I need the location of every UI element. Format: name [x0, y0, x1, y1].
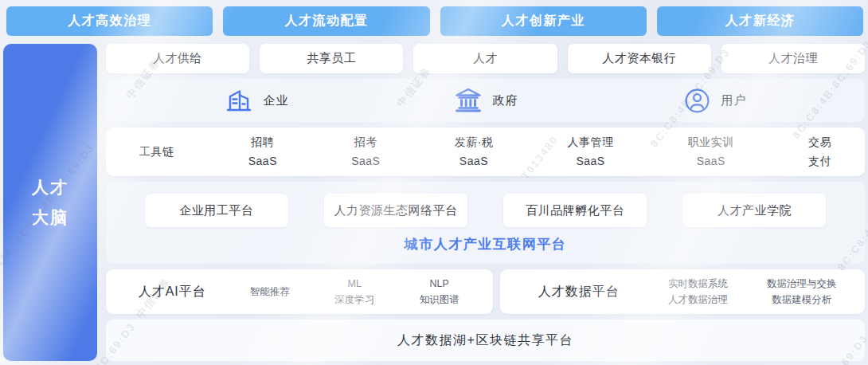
toolchain-payroll-tax-saas: 发薪·税SaaS: [455, 133, 494, 170]
toolchain-vocational-training-saas: 职业实训SaaS: [688, 133, 734, 170]
supply-box-talent-capital-bank: 人才资本银行: [568, 44, 711, 73]
actors-row: 企业 政府: [106, 79, 865, 122]
supply-box-talent-supply: 人才供给: [106, 44, 249, 73]
ai-feature-smart-recommendation: 智能推荐: [227, 284, 312, 300]
saas-toolchain-row: 工具链 招聘SaaS 招考SaaS 发薪·税SaaS 人事管理SaaS 职业实训…: [106, 128, 865, 175]
supply-box-talent: 人才: [413, 44, 557, 73]
actor-user: 用户: [683, 87, 747, 115]
actor-label: 用户: [721, 93, 747, 108]
platform-boxes: 企业用工平台 人力资源生态网络平台 百川品牌孵化平台 人才产业学院: [127, 194, 844, 227]
platform-enterprise-employment: 企业用工平台: [145, 194, 288, 227]
supply-box-shared-staff: 共享员工: [260, 44, 403, 73]
platform-hr-eco-network: 人力资源生态网络平台: [324, 194, 467, 227]
ai-feature-nlp-knowledge-graph: NLP知识图谱: [397, 276, 483, 308]
tab-talent-new-economy: 人才新经济: [657, 6, 863, 36]
supply-box-talent-governance: 人才治理: [721, 44, 865, 73]
toolchain-recruiting-saas: 招聘SaaS: [248, 133, 277, 170]
toolchain-exam-saas: 招考SaaS: [351, 133, 380, 170]
city-talent-internet-platform-title: 城市人才产业互联网平台: [127, 235, 844, 253]
toolchain-trade-payment: 交易支付: [808, 133, 831, 170]
top-tabs-row: 人才高效治理 人才流动配置 人才创新产业 人才新经济: [6, 6, 863, 36]
user-icon: [683, 87, 711, 115]
toolchain-hr-management-saas: 人事管理SaaS: [568, 133, 614, 170]
actor-enterprise: 企业: [225, 87, 289, 114]
actor-government: 政府: [454, 87, 518, 114]
bank-icon: [454, 87, 483, 114]
data-lake-label: 人才数据湖+区块链共享平台: [397, 332, 573, 349]
city-platform-section: 企业用工平台 人力资源生态网络平台 百川品牌孵化平台 人才产业学院 城市人才产业…: [106, 182, 865, 264]
platform-talent-industry-academy: 人才产业学院: [682, 194, 826, 227]
ai-platform-title: 人才AI平台: [117, 284, 227, 300]
tab-talent-governance: 人才高效治理: [6, 6, 213, 36]
supply-row: 人才供给 共享员工 人才 人才资本银行 人才治理: [106, 44, 865, 73]
data-feature-exchange-modeling: 数据治理与交换数据建模分析: [750, 276, 854, 308]
talent-ai-platform-panel: 人才AI平台 智能推荐 ML深度学习 NLP知识图谱: [106, 269, 493, 314]
toolchain-title: 工具链: [139, 143, 174, 161]
building-icon: [225, 87, 253, 114]
actor-label: 政府: [493, 93, 518, 108]
data-feature-realtime-governance: 实时数据系统人才数据治理: [646, 276, 749, 308]
platform-baichuan-brand-incubation: 百川品牌孵化平台: [503, 194, 647, 227]
data-lake-blockchain-platform: 人才数据湖+区块链共享平台: [106, 320, 865, 361]
actor-label: 企业: [264, 93, 289, 108]
ai-feature-ml-deep-learning: ML深度学习: [312, 276, 397, 308]
tab-talent-mobility: 人才流动配置: [223, 6, 429, 36]
talent-brain-sidebar: 人才 大脑: [3, 44, 97, 361]
tab-talent-innovation: 人才创新产业: [440, 6, 647, 36]
sidebar-title: 人才 大脑: [32, 172, 68, 233]
data-platform-title: 人才数据平台: [511, 284, 646, 300]
talent-brain-architecture-diagram: 人才高效治理 人才流动配置 人才创新产业 人才新经济 人才 大脑 人才供给 共享…: [0, 0, 868, 365]
talent-data-platform-panel: 人才数据平台 实时数据系统人才数据治理 数据治理与交换数据建模分析: [500, 269, 865, 314]
ai-and-data-platform-row: 人才AI平台 智能推荐 ML深度学习 NLP知识图谱 人才数据平台: [106, 269, 865, 314]
